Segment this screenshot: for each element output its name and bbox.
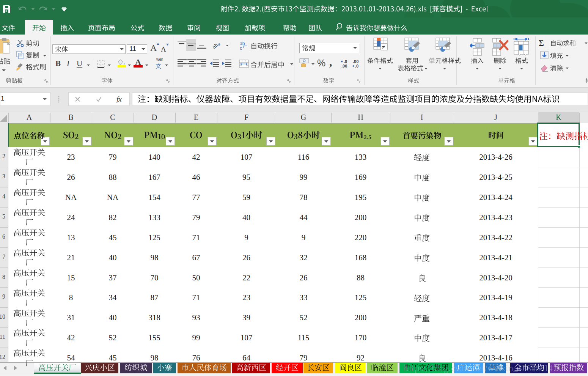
- svg-text:A: A: [161, 45, 166, 53]
- svg-text:A: A: [150, 43, 157, 53]
- svg-text:≠: ≠: [382, 44, 385, 50]
- svg-text:.0: .0: [344, 59, 347, 64]
- svg-text:.00: .00: [341, 64, 347, 68]
- svg-text:fx: fx: [116, 96, 122, 103]
- svg-text:.00: .00: [353, 59, 358, 64]
- svg-text:.0: .0: [355, 64, 358, 68]
- svg-text:c: c: [240, 46, 242, 51]
